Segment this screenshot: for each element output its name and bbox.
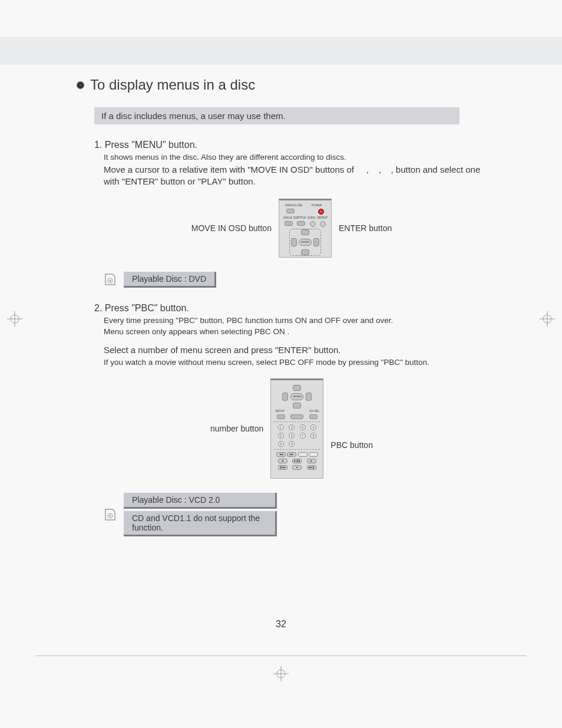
note-1-text: Playable Disc : DVD <box>132 274 206 284</box>
playpause-button: ▶/❚❚ <box>292 459 302 463</box>
remote-illustration-2: number button ENTER SETUP A/V SEL <box>94 378 489 479</box>
num-1: 1 <box>278 424 284 430</box>
repeat-button <box>320 221 326 227</box>
transport-row-2: ◀ ▶/❚❚ ▶ <box>274 459 320 463</box>
label-number: number button <box>210 424 263 433</box>
step-2-sub2: Menu screen only appears when selecting … <box>104 327 489 336</box>
note-2a-text: Playable Disc : VCD 2.0 <box>132 495 220 505</box>
dpad2-enter-button: ENTER <box>290 393 303 400</box>
header-band <box>0 37 562 65</box>
remote-label-openclose: OPEN/CLOSE <box>282 204 305 207</box>
dpad-enter-button: ENTER <box>299 239 312 246</box>
aux-button <box>309 452 318 457</box>
page-content: To display menus in a disc If a disc inc… <box>77 77 489 536</box>
num-2: 2 <box>289 424 295 430</box>
num-3: 3 <box>300 424 306 430</box>
note-2b-text: CD and VCD1.1 do not support the functio… <box>132 513 260 532</box>
subtitle-button <box>297 221 305 226</box>
remote-control-top: OPEN/CLOSE POWER ANGLE SUBTITLE AUDIO RE… <box>279 199 332 258</box>
audio-button <box>310 221 316 227</box>
note-2-stack: Playable Disc : VCD 2.0 CD and VCD1.1 do… <box>124 493 277 536</box>
dpad-left-icon <box>291 238 297 246</box>
skip-back-button: ❚◀◀ <box>278 465 287 470</box>
rev-button: ◀◀ <box>276 452 286 457</box>
remote-label-avsel: A/V SEL <box>309 410 320 413</box>
note-2a-box: Playable Disc : VCD 2.0 <box>124 493 277 509</box>
transport-row-3: ❚◀◀ ■ ▶▶❚ <box>274 465 320 470</box>
remote-illustration-1: MOVE IN OSD button OPEN/CLOSE POWER ANGL… <box>94 199 489 258</box>
num-8: 8 <box>310 433 316 439</box>
next-button: ▶ <box>307 459 316 463</box>
step-1-body: Move a cursor to a relative item with "M… <box>104 164 489 188</box>
remote-label-setup: SETUP <box>274 410 286 413</box>
angle-button <box>285 221 293 226</box>
note-icon-2 <box>104 507 117 522</box>
num-9: 9 <box>278 441 284 447</box>
setup-button <box>277 414 285 419</box>
remote-label-subtitle: SUBTITLE <box>293 216 306 219</box>
dpad-right-icon <box>313 238 319 246</box>
crop-mark-bottom-icon <box>273 666 289 681</box>
label-enter: ENTER button <box>339 223 392 233</box>
fwd-button: ▶▶ <box>287 452 296 457</box>
note-1-box: Playable Disc : DVD <box>124 272 216 288</box>
crop-mark-right-icon <box>540 311 555 327</box>
step-2-fine: If you watch a movie without menu screen… <box>104 357 489 368</box>
note-2: Playable Disc : VCD 2.0 CD and VCD1.1 do… <box>104 493 489 536</box>
svg-point-1 <box>110 280 111 282</box>
dpad2-right-icon <box>306 393 312 401</box>
display-button <box>290 414 303 419</box>
remote-label-power: POWER <box>305 204 328 207</box>
remote-label-repeat: REPEAT <box>317 216 328 219</box>
remote-control-mid: ENTER SETUP A/V SEL 1 2 3 4 5 <box>270 378 323 479</box>
bottom-rule <box>35 655 527 656</box>
page-number: 32 <box>0 619 562 630</box>
prev-button: ◀ <box>278 459 287 463</box>
power-button <box>318 209 324 215</box>
section-title-text: To display menus in a disc <box>90 77 255 93</box>
num-5: 5 <box>278 433 284 439</box>
step-1-sub: It shows menus in the disc. Also they ar… <box>104 153 489 162</box>
step-1: 1. Press "MENU" button. It shows menus i… <box>94 140 489 258</box>
dpad-down-icon <box>301 249 309 255</box>
section-title: To display menus in a disc <box>77 77 489 93</box>
crop-mark-left-icon <box>7 311 22 327</box>
intro-banner: If a disc includes menus, a user may use… <box>94 107 459 124</box>
step-2: 2. Press "PBC" button. Every time pressi… <box>94 303 489 479</box>
title-bullet-icon <box>77 81 84 89</box>
step-2-sub1: Every time pressing "PBC" button, PBC fu… <box>104 316 489 325</box>
dpad2-left-icon <box>282 393 288 401</box>
open-close-button <box>286 209 295 213</box>
label-pbc: PBC button <box>330 440 373 450</box>
note-2b-box: CD and VCD1.1 do not support the functio… <box>124 511 277 536</box>
num-4: 4 <box>310 424 316 430</box>
number-pad: 1 2 3 4 5 6 7 8 9 0 <box>274 421 320 450</box>
svg-point-3 <box>110 515 111 516</box>
step-1-head: 1. Press "MENU" button. <box>94 140 489 150</box>
num-6: 6 <box>289 433 295 439</box>
dpad2-down-icon <box>293 403 301 409</box>
num-0: 0 <box>289 441 295 447</box>
transport-row-1: ◀◀ ▶▶ <box>274 452 320 457</box>
avsel-button <box>309 414 318 419</box>
remote-label-audio: AUDIO <box>306 216 317 219</box>
step-2-head: 2. Press "PBC" button. <box>94 303 489 314</box>
dpad-2: ENTER <box>281 385 313 409</box>
note-1: Playable Disc : DVD <box>104 272 489 288</box>
pbc-button-icon <box>298 452 308 457</box>
num-7: 7 <box>300 433 306 439</box>
remote-label-angle: ANGLE <box>282 216 293 219</box>
dpad: ENTER <box>289 229 321 256</box>
step-2-body: Select a number of menu screen and press… <box>104 344 489 356</box>
label-move-in-osd: MOVE IN OSD button <box>191 223 272 233</box>
dpad-up-icon <box>301 229 309 235</box>
skip-fwd-button: ▶▶❚ <box>307 465 316 470</box>
note-icon <box>104 272 117 287</box>
dpad2-up-icon <box>293 385 301 391</box>
stop-button: ■ <box>292 465 302 470</box>
intro-text: If a disc includes menus, a user may use… <box>101 111 286 121</box>
